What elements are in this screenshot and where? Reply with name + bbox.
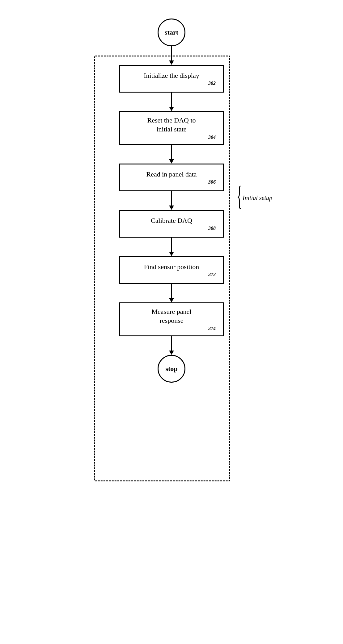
read-panel-data-box: Read in panel data 306 <box>119 164 224 191</box>
stop-terminal: stop <box>158 355 185 383</box>
find-sensor-position-box: Find sensor position 312 <box>119 256 224 284</box>
measure-panel-response-box: Measure panelresponse 314 <box>119 302 224 336</box>
initialize-display-box: Initialize the display 302 <box>119 65 224 93</box>
calibrate-daq-box: Calibrate DAQ 308 <box>119 210 224 238</box>
reset-daq-box: Reset the DAQ toinitial state 304 <box>119 111 224 145</box>
start-terminal: start <box>158 19 185 46</box>
flowchart-wrapper: { Initial setup start Initialize the dis… <box>63 12 280 383</box>
